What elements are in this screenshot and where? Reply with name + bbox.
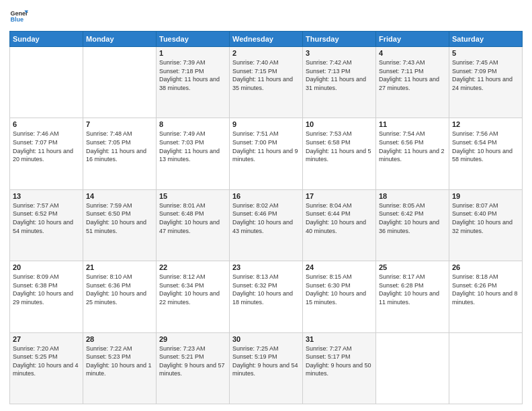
day-detail: Sunrise: 7:39 AM Sunset: 7:18 PM Dayligh… <box>159 58 226 92</box>
day-cell: 6Sunrise: 7:46 AM Sunset: 7:07 PM Daylig… <box>10 118 83 189</box>
day-header-sunday: Sunday <box>10 32 83 47</box>
day-detail: Sunrise: 7:56 AM Sunset: 6:54 PM Dayligh… <box>452 130 519 163</box>
day-header-friday: Friday <box>376 32 449 47</box>
day-cell: 17Sunrise: 8:04 AM Sunset: 6:44 PM Dayli… <box>303 189 376 261</box>
day-cell <box>10 47 83 118</box>
day-cell: 25Sunrise: 8:17 AM Sunset: 6:28 PM Dayli… <box>376 261 449 332</box>
day-cell: 13Sunrise: 7:57 AM Sunset: 6:52 PM Dayli… <box>10 189 83 261</box>
day-number: 4 <box>379 49 446 57</box>
day-number: 14 <box>86 192 153 200</box>
day-number: 25 <box>379 263 446 271</box>
day-number: 18 <box>379 192 446 200</box>
day-cell: 4Sunrise: 7:43 AM Sunset: 7:11 PM Daylig… <box>376 47 449 118</box>
day-cell: 9Sunrise: 7:51 AM Sunset: 7:00 PM Daylig… <box>230 118 303 189</box>
day-cell: 30Sunrise: 7:25 AM Sunset: 5:19 PM Dayli… <box>230 332 303 404</box>
day-cell: 12Sunrise: 7:56 AM Sunset: 6:54 PM Dayli… <box>449 118 523 189</box>
day-cell: 3Sunrise: 7:42 AM Sunset: 7:13 PM Daylig… <box>303 47 376 118</box>
day-cell: 14Sunrise: 7:59 AM Sunset: 6:50 PM Dayli… <box>83 189 157 261</box>
day-number: 30 <box>232 335 300 343</box>
day-header-wednesday: Wednesday <box>230 32 303 47</box>
day-detail: Sunrise: 7:22 AM Sunset: 5:23 PM Dayligh… <box>86 345 153 378</box>
day-cell: 20Sunrise: 8:09 AM Sunset: 6:38 PM Dayli… <box>10 261 83 332</box>
day-detail: Sunrise: 7:49 AM Sunset: 7:03 PM Dayligh… <box>159 130 226 163</box>
day-number: 26 <box>452 263 519 271</box>
day-cell: 10Sunrise: 7:53 AM Sunset: 6:58 PM Dayli… <box>303 118 376 189</box>
day-number: 5 <box>452 49 519 57</box>
day-cell: 29Sunrise: 7:23 AM Sunset: 5:21 PM Dayli… <box>157 332 230 404</box>
day-detail: Sunrise: 7:51 AM Sunset: 7:00 PM Dayligh… <box>232 130 300 163</box>
day-detail: Sunrise: 8:10 AM Sunset: 6:36 PM Dayligh… <box>86 273 153 306</box>
day-cell: 2Sunrise: 7:40 AM Sunset: 7:15 PM Daylig… <box>230 47 303 118</box>
day-detail: Sunrise: 7:23 AM Sunset: 5:21 PM Dayligh… <box>159 345 226 378</box>
day-cell: 22Sunrise: 8:12 AM Sunset: 6:34 PM Dayli… <box>157 261 230 332</box>
day-detail: Sunrise: 7:42 AM Sunset: 7:13 PM Dayligh… <box>306 58 373 92</box>
day-detail: Sunrise: 7:53 AM Sunset: 6:58 PM Dayligh… <box>306 130 373 163</box>
day-detail: Sunrise: 8:09 AM Sunset: 6:38 PM Dayligh… <box>13 273 80 306</box>
day-number: 24 <box>306 263 373 271</box>
day-number: 16 <box>232 192 300 200</box>
day-number: 3 <box>306 49 373 57</box>
day-number: 31 <box>306 335 373 343</box>
calendar-header: SundayMondayTuesdayWednesdayThursdayFrid… <box>10 32 523 47</box>
day-number: 12 <box>452 120 519 128</box>
day-number: 11 <box>379 120 446 128</box>
day-number: 21 <box>86 263 153 271</box>
day-detail: Sunrise: 7:57 AM Sunset: 6:52 PM Dayligh… <box>13 201 80 235</box>
week-row-3: 13Sunrise: 7:57 AM Sunset: 6:52 PM Dayli… <box>10 189 523 261</box>
day-detail: Sunrise: 8:15 AM Sunset: 6:30 PM Dayligh… <box>306 273 373 306</box>
day-cell: 8Sunrise: 7:49 AM Sunset: 7:03 PM Daylig… <box>157 118 230 189</box>
day-cell <box>83 47 157 118</box>
day-header-monday: Monday <box>83 32 157 47</box>
day-header-tuesday: Tuesday <box>157 32 230 47</box>
day-number: 22 <box>159 263 226 271</box>
day-number: 29 <box>159 335 226 343</box>
day-detail: Sunrise: 7:46 AM Sunset: 7:07 PM Dayligh… <box>13 130 80 163</box>
day-cell: 11Sunrise: 7:54 AM Sunset: 6:56 PM Dayli… <box>376 118 449 189</box>
day-detail: Sunrise: 8:07 AM Sunset: 6:40 PM Dayligh… <box>452 201 519 235</box>
day-cell: 24Sunrise: 8:15 AM Sunset: 6:30 PM Dayli… <box>303 261 376 332</box>
day-detail: Sunrise: 7:48 AM Sunset: 7:05 PM Dayligh… <box>86 130 153 163</box>
day-detail: Sunrise: 7:40 AM Sunset: 7:15 PM Dayligh… <box>232 58 300 92</box>
day-detail: Sunrise: 8:05 AM Sunset: 6:42 PM Dayligh… <box>379 201 446 235</box>
logo: General Blue <box>9 7 28 26</box>
day-number: 8 <box>159 120 226 128</box>
day-cell <box>376 332 449 404</box>
day-cell: 5Sunrise: 7:45 AM Sunset: 7:09 PM Daylig… <box>449 47 523 118</box>
day-cell: 28Sunrise: 7:22 AM Sunset: 5:23 PM Dayli… <box>83 332 157 404</box>
day-number: 17 <box>306 192 373 200</box>
day-detail: Sunrise: 7:45 AM Sunset: 7:09 PM Dayligh… <box>452 58 519 92</box>
day-number: 10 <box>306 120 373 128</box>
day-cell <box>449 332 523 404</box>
day-cell: 15Sunrise: 8:01 AM Sunset: 6:48 PM Dayli… <box>157 189 230 261</box>
day-number: 23 <box>232 263 300 271</box>
day-header-thursday: Thursday <box>303 32 376 47</box>
day-detail: Sunrise: 7:20 AM Sunset: 5:25 PM Dayligh… <box>13 345 80 378</box>
day-number: 19 <box>452 192 519 200</box>
day-cell: 21Sunrise: 8:10 AM Sunset: 6:36 PM Dayli… <box>83 261 157 332</box>
day-detail: Sunrise: 8:18 AM Sunset: 6:26 PM Dayligh… <box>452 273 519 306</box>
day-cell: 23Sunrise: 8:13 AM Sunset: 6:32 PM Dayli… <box>230 261 303 332</box>
logo-icon: General Blue <box>9 7 28 26</box>
day-number: 27 <box>13 335 80 343</box>
week-row-4: 20Sunrise: 8:09 AM Sunset: 6:38 PM Dayli… <box>10 261 523 332</box>
day-cell: 31Sunrise: 7:27 AM Sunset: 5:17 PM Dayli… <box>303 332 376 404</box>
day-cell: 26Sunrise: 8:18 AM Sunset: 6:26 PM Dayli… <box>449 261 523 332</box>
day-cell: 19Sunrise: 8:07 AM Sunset: 6:40 PM Dayli… <box>449 189 523 261</box>
calendar-body: 1Sunrise: 7:39 AM Sunset: 7:18 PM Daylig… <box>10 47 523 404</box>
week-row-2: 6Sunrise: 7:46 AM Sunset: 7:07 PM Daylig… <box>10 118 523 189</box>
day-detail: Sunrise: 7:59 AM Sunset: 6:50 PM Dayligh… <box>86 201 153 235</box>
day-detail: Sunrise: 8:17 AM Sunset: 6:28 PM Dayligh… <box>379 273 446 306</box>
day-number: 2 <box>232 49 300 57</box>
day-number: 6 <box>13 120 80 128</box>
day-detail: Sunrise: 8:01 AM Sunset: 6:48 PM Dayligh… <box>159 201 226 235</box>
day-detail: Sunrise: 7:25 AM Sunset: 5:19 PM Dayligh… <box>232 345 300 378</box>
day-number: 20 <box>13 263 80 271</box>
day-detail: Sunrise: 8:13 AM Sunset: 6:32 PM Dayligh… <box>232 273 300 306</box>
day-cell: 18Sunrise: 8:05 AM Sunset: 6:42 PM Dayli… <box>376 189 449 261</box>
svg-text:Blue: Blue <box>10 16 24 23</box>
week-row-5: 27Sunrise: 7:20 AM Sunset: 5:25 PM Dayli… <box>10 332 523 404</box>
day-detail: Sunrise: 7:27 AM Sunset: 5:17 PM Dayligh… <box>306 345 373 378</box>
day-cell: 1Sunrise: 7:39 AM Sunset: 7:18 PM Daylig… <box>157 47 230 118</box>
day-cell: 7Sunrise: 7:48 AM Sunset: 7:05 PM Daylig… <box>83 118 157 189</box>
day-number: 7 <box>86 120 153 128</box>
